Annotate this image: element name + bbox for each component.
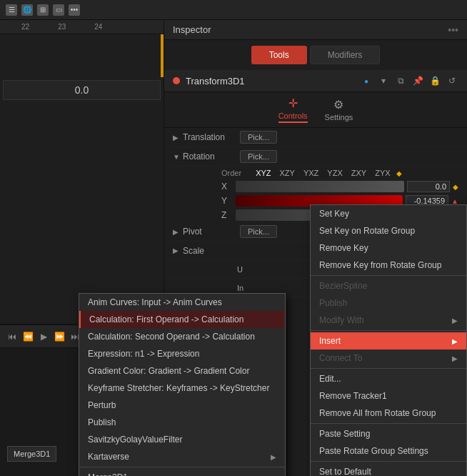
order-yzx[interactable]: YZX (324, 168, 345, 178)
anim-curves-item[interactable]: Anim Curves: Input -> Anim Curves (79, 294, 285, 311)
z-label: Z (221, 210, 233, 220)
timeline-marker-24: 24 (94, 23, 102, 31)
merge3d-item[interactable]: Merge3D1 (79, 469, 285, 476)
order-zxy[interactable]: ZXY (348, 168, 369, 178)
timeline-content (0, 34, 164, 77)
kartaverse-arrow: ▶ (271, 453, 276, 461)
pivot-pick-btn[interactable]: Pick... (240, 225, 277, 238)
connect-to-label: Connect To (319, 353, 363, 363)
gradient-color-item[interactable]: Gradient Color: Gradient -> Gradient Col… (79, 362, 285, 380)
pivot-expand[interactable]: ▶ (173, 228, 183, 236)
kartaverse-label: Kartaverse (88, 452, 129, 462)
kartaverse-item[interactable]: Kartaverse ▶ (79, 448, 285, 465)
remove-key-rotate-group-item[interactable]: Remove Key from Rotate Group (311, 257, 466, 274)
calc-second-operand-item[interactable]: Calculation: Second Operand -> Calculati… (79, 328, 285, 345)
inspector-more-icon[interactable]: ••• (448, 24, 458, 36)
x-axis-row: X 0.0 ◆ (164, 179, 467, 194)
translation-row: ▶ Translation Pick... (164, 128, 467, 147)
order-xyz[interactable]: XYZ (253, 168, 273, 178)
in-label: In (237, 284, 243, 292)
menu-icon[interactable]: ☰ (6, 4, 17, 16)
settings-icon: ⚙ (333, 98, 343, 111)
publish-item[interactable]: Publish (79, 414, 285, 431)
translation-expand[interactable]: ▶ (173, 134, 183, 142)
bezier-spline-item: BezierSpline (311, 277, 466, 294)
order-zyx[interactable]: ZYX (372, 168, 393, 178)
window-icon[interactable]: ▭ (53, 4, 64, 16)
savitzky-item[interactable]: SavitzkyGolayValueFilter (79, 431, 285, 448)
order-row: Order XYZ XZY YXZ YZX ZXY ZYX ◆ (164, 167, 467, 179)
transform-name: Transform3D1 (186, 76, 354, 86)
modify-with-label: Modify With (319, 315, 364, 325)
modify-with-item: Modify With ▶ (311, 312, 466, 329)
controls-icon: ✛ (288, 96, 298, 110)
pin-icon[interactable]: 📌 (411, 74, 424, 87)
translation-pick-btn[interactable]: Pick... (240, 131, 277, 144)
u-label: U (237, 265, 243, 274)
left-panel: 22 23 24 0.0 ⏮ ⏪ ▶ ⏩ ⏭ ••• Merge3D1 (0, 20, 164, 476)
transform-icons: ● ▾ ⧉ 📌 🔒 ↺ (360, 74, 458, 87)
keyframe-stretcher-item[interactable]: Keyframe Stretcher: Keyframes -> KeyStre… (79, 380, 285, 397)
insert-item[interactable]: Insert ▶ (311, 332, 466, 349)
insert-label: Insert (319, 336, 341, 346)
undo-icon[interactable]: ↺ (446, 74, 458, 87)
ctx-sep-5 (311, 461, 466, 462)
pivot-label: Pivot (183, 227, 240, 237)
set-key-item[interactable]: Set Key (311, 205, 466, 222)
edit-item[interactable]: Edit... (311, 370, 466, 387)
grid-icon[interactable]: ⊞ (37, 4, 49, 16)
controls-tab[interactable]: ✛ Controls (278, 96, 308, 123)
chevron-down-icon[interactable]: ▾ (377, 74, 390, 87)
lock-icon[interactable]: 🔒 (428, 74, 441, 87)
globe-icon[interactable]: 🌐 (21, 4, 33, 16)
x-value[interactable]: 0.0 (407, 181, 450, 192)
order-yxz[interactable]: YXZ (301, 168, 321, 178)
order-xzy[interactable]: XZY (277, 168, 298, 178)
modify-with-arrow: ▶ (452, 317, 458, 324)
settings-tab[interactable]: ⚙ Settings (325, 98, 353, 122)
scale-expand[interactable]: ▶ (173, 247, 183, 254)
order-diamond: ◆ (396, 169, 402, 177)
set-to-default-item[interactable]: Set to Default (311, 463, 466, 476)
play-next-btn[interactable]: ⏩ (53, 330, 66, 343)
set-key-rotate-group-item[interactable]: Set Key on Rotate Group (311, 222, 466, 239)
copy-icon[interactable]: ⧉ (394, 74, 407, 87)
ctx-sep-2 (311, 330, 466, 331)
remove-all-rotate-group-item[interactable]: Remove All from Rotate Group (311, 405, 466, 422)
main-layout: 22 23 24 0.0 ⏮ ⏪ ▶ ⏩ ⏭ ••• Merge3D1 (0, 20, 467, 476)
timeline-area: 22 23 24 0.0 (0, 20, 164, 324)
play-prev-btn[interactable]: ⏪ (21, 330, 34, 343)
controls-settings-bar: ✛ Controls ⚙ Settings (164, 92, 467, 128)
transform-dot (173, 77, 180, 84)
tab-modifiers[interactable]: Modifiers (310, 46, 381, 64)
playhead (161, 34, 164, 77)
inspector-title: Inspector (173, 24, 211, 35)
controls-label: Controls (278, 111, 308, 120)
ctx-sep-1 (311, 275, 466, 276)
x-slider[interactable] (236, 181, 404, 192)
tab-tools[interactable]: Tools (251, 46, 307, 64)
transform-header: Transform3D1 ● ▾ ⧉ 📌 🔒 ↺ (164, 70, 467, 92)
ctx-sep-4 (311, 423, 466, 424)
tab-bar: Tools Modifiers (164, 40, 467, 70)
perturb-item[interactable]: Perturb (79, 397, 285, 414)
paste-rotate-group-settings-item[interactable]: Paste Rotate Group Settings (311, 442, 466, 460)
timeline-marker-22: 22 (21, 23, 29, 31)
blue-dot-icon[interactable]: ● (360, 74, 373, 87)
rotation-expand[interactable]: ▼ (173, 153, 183, 161)
remove-key-item[interactable]: Remove Key (311, 239, 466, 257)
merge3d-node[interactable]: Merge3D1 (7, 446, 56, 462)
connect-to-item: Connect To ▶ (311, 349, 466, 367)
play-btn[interactable]: ▶ (37, 330, 50, 343)
timeline-ruler: 22 23 24 (0, 20, 164, 34)
more-icon[interactable]: ••• (69, 4, 80, 16)
insert-arrow: ▶ (452, 337, 458, 345)
expression-item[interactable]: Expression: n1 -> Expression (79, 345, 285, 362)
x-diamond: ◆ (453, 183, 458, 191)
rotation-pick-btn[interactable]: Pick... (240, 150, 277, 163)
order-label: Order (221, 169, 241, 177)
calc-first-operand-item[interactable]: Calculation: First Operand -> Calculatio… (79, 311, 285, 328)
remove-tracker-item[interactable]: Remove Tracker1 (311, 387, 466, 405)
paste-setting-item[interactable]: Paste Setting (311, 425, 466, 442)
play-begin-btn[interactable]: ⏮ (6, 330, 19, 343)
